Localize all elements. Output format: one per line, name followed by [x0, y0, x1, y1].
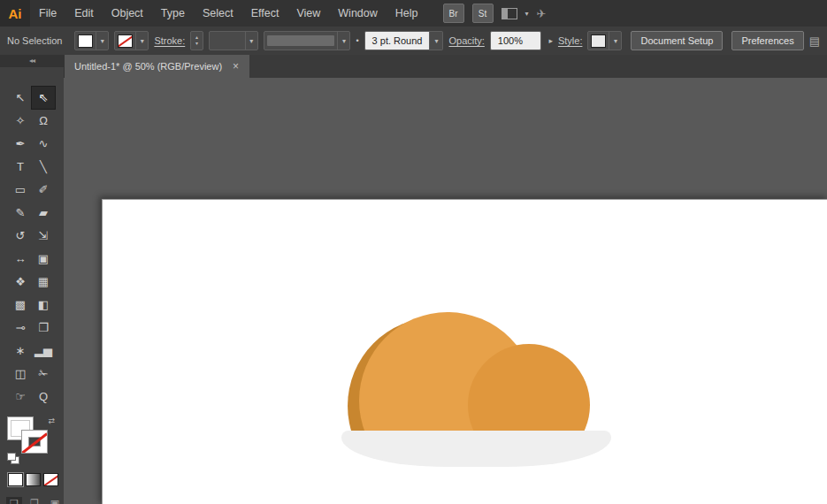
- menu-help[interactable]: Help: [387, 0, 427, 27]
- color-mode-buttons: [8, 473, 64, 486]
- tools-grid: ↖⇖✧Ω✒∿T╲▭✐✎▰↺⇲↔▣❖▦▩◧⊸❐∗▂▅◫✁☞Q: [0, 87, 64, 408]
- gradient-button[interactable]: [26, 473, 41, 486]
- default-fill-stroke-icon[interactable]: [7, 453, 18, 462]
- draw-inside-mode[interactable]: ▣: [47, 497, 63, 504]
- stock-button[interactable]: St: [472, 4, 494, 23]
- stroke-proxy-swatch[interactable]: [21, 430, 48, 454]
- bridge-button[interactable]: Br: [443, 4, 464, 23]
- selection-status: No Selection: [7, 35, 62, 46]
- graphic-style-dropdown[interactable]: ▾: [587, 31, 622, 50]
- draw-behind-mode[interactable]: ❒: [27, 497, 42, 504]
- arrange-documents-icon[interactable]: [502, 8, 517, 19]
- type-tool[interactable]: T: [9, 156, 32, 178]
- menu-file[interactable]: File: [30, 0, 65, 27]
- fill-color-dropdown[interactable]: ▾: [74, 31, 109, 50]
- none-button[interactable]: [43, 473, 58, 486]
- menu-select[interactable]: Select: [194, 0, 242, 27]
- slice-tool[interactable]: ✁: [32, 363, 55, 385]
- stroke-width-value: [210, 32, 245, 50]
- brush-stroke-preview: [267, 35, 335, 46]
- brush-definition-dropdown[interactable]: ▾: [264, 31, 351, 50]
- width-tool[interactable]: ↔: [9, 248, 32, 270]
- symbol-sprayer-tool[interactable]: ∗: [9, 340, 32, 362]
- gpu-performance-icon[interactable]: ✈: [537, 7, 547, 20]
- style-swatch[interactable]: [591, 34, 606, 48]
- pasteboard[interactable]: [64, 78, 827, 504]
- chevron-down-icon[interactable]: ▾: [96, 32, 108, 50]
- illustrator-logo-icon: Ai: [0, 0, 30, 27]
- fill-stroke-widget: ⇄: [7, 416, 55, 462]
- lasso-tool[interactable]: Ω: [32, 110, 55, 132]
- close-icon[interactable]: ×: [233, 60, 239, 73]
- selection-tool[interactable]: ↖: [9, 87, 32, 109]
- menu-edit[interactable]: Edit: [65, 0, 103, 27]
- eyedropper-tool[interactable]: ⊸: [9, 317, 32, 339]
- panel-toggle-icon[interactable]: ▤: [809, 34, 820, 48]
- menu-effect[interactable]: Effect: [242, 0, 288, 27]
- mesh-tool[interactable]: ▩: [9, 294, 32, 316]
- perspective-grid-tool[interactable]: ▦: [32, 271, 55, 293]
- menubar-buttons: Br St ▾ ✈: [443, 4, 547, 23]
- chevron-down-icon[interactable]: ▾: [245, 32, 257, 50]
- draw-normal-mode[interactable]: ❑: [6, 497, 22, 504]
- paintbrush-tool[interactable]: ✐: [32, 179, 55, 201]
- chevron-down-icon[interactable]: ▾: [337, 32, 349, 50]
- style-label[interactable]: Style:: [558, 35, 583, 46]
- panel-collapse-button[interactable]: ◂◂: [0, 55, 64, 67]
- hand-tool[interactable]: ☞: [9, 386, 32, 408]
- menu-type[interactable]: Type: [152, 0, 194, 27]
- chevron-down-icon[interactable]: ▾: [430, 31, 443, 50]
- document-tab[interactable]: Untitled-1* @ 50% (RGB/Preview) ×: [64, 55, 249, 78]
- chevron-down-icon[interactable]: ▾: [525, 10, 529, 18]
- stroke-width-stepper[interactable]: ▴ ▾: [190, 31, 203, 50]
- swap-fill-stroke-icon[interactable]: ⇄: [48, 416, 55, 425]
- rectangle-tool[interactable]: ▭: [9, 179, 32, 201]
- column-graph-tool[interactable]: ▂▅: [32, 340, 55, 362]
- color-button[interactable]: [8, 473, 23, 486]
- variable-width-profile[interactable]: 3 pt. Round ▾: [364, 31, 444, 50]
- direct-selection-tool[interactable]: ⇖: [32, 87, 55, 109]
- stepper-up-icon[interactable]: ▴: [195, 34, 198, 41]
- menu-list: FileEditObjectTypeSelectEffectViewWindow…: [30, 0, 427, 27]
- bullet-icon: •: [356, 36, 358, 45]
- stroke-label[interactable]: Stroke:: [154, 35, 185, 46]
- document-tab-title: Untitled-1* @ 50% (RGB/Preview): [74, 61, 222, 72]
- gradient-tool[interactable]: ◧: [32, 294, 55, 316]
- preferences-button[interactable]: Preferences: [731, 31, 803, 50]
- opacity-input[interactable]: 100%: [490, 31, 542, 50]
- tools-panel: ◂◂ ↖⇖✧Ω✒∿T╲▭✐✎▰↺⇲↔▣❖▦▩◧⊸❐∗▂▅◫✁☞Q ⇄ ❑❒▣: [0, 55, 65, 504]
- variable-width-value[interactable]: 3 pt. Round: [364, 31, 431, 50]
- menu-window[interactable]: Window: [329, 0, 386, 27]
- free-transform-tool[interactable]: ▣: [32, 248, 55, 270]
- opacity-label[interactable]: Opacity:: [448, 35, 484, 46]
- artboard[interactable]: [102, 199, 827, 504]
- stroke-color-dropdown[interactable]: ▾: [114, 31, 149, 50]
- curvature-tool[interactable]: ∿: [32, 133, 55, 155]
- stroke-width-dropdown[interactable]: ▾: [209, 31, 258, 50]
- stroke-swatch-none[interactable]: [118, 34, 133, 48]
- menu-object[interactable]: Object: [103, 0, 152, 27]
- pen-tool[interactable]: ✒: [9, 133, 32, 155]
- document-tab-strip: Untitled-1* @ 50% (RGB/Preview) ×: [64, 55, 827, 78]
- shape-builder-tool[interactable]: ❖: [9, 271, 32, 293]
- rotate-tool[interactable]: ↺: [9, 225, 32, 247]
- shaper-tool[interactable]: ✎: [9, 202, 32, 224]
- fill-swatch[interactable]: [78, 34, 93, 48]
- artboard-tool[interactable]: ◫: [9, 363, 32, 385]
- line-segment-tool[interactable]: ╲: [32, 156, 55, 178]
- opacity-flyout-arrow-icon[interactable]: ▸: [548, 36, 553, 45]
- menu-view[interactable]: View: [287, 0, 329, 27]
- magic-wand-tool[interactable]: ✧: [9, 110, 32, 132]
- cloud-shape-group: [346, 306, 602, 434]
- chevron-down-icon[interactable]: ▾: [135, 32, 148, 50]
- eraser-tool[interactable]: ▰: [32, 202, 55, 224]
- plate-shape[interactable]: [341, 431, 611, 467]
- drawing-mode-buttons: ❑❒▣: [6, 497, 64, 504]
- scale-tool[interactable]: ⇲: [32, 225, 55, 247]
- document-setup-button[interactable]: Document Setup: [631, 31, 723, 50]
- blend-tool[interactable]: ❐: [32, 317, 55, 339]
- control-bar: No Selection ▾ ▾ Stroke: ▴ ▾ ▾ ▾ • 3 pt.…: [0, 27, 827, 56]
- chevron-down-icon[interactable]: ▾: [609, 32, 621, 50]
- zoom-tool[interactable]: Q: [32, 386, 55, 408]
- stepper-down-icon[interactable]: ▾: [195, 41, 198, 47]
